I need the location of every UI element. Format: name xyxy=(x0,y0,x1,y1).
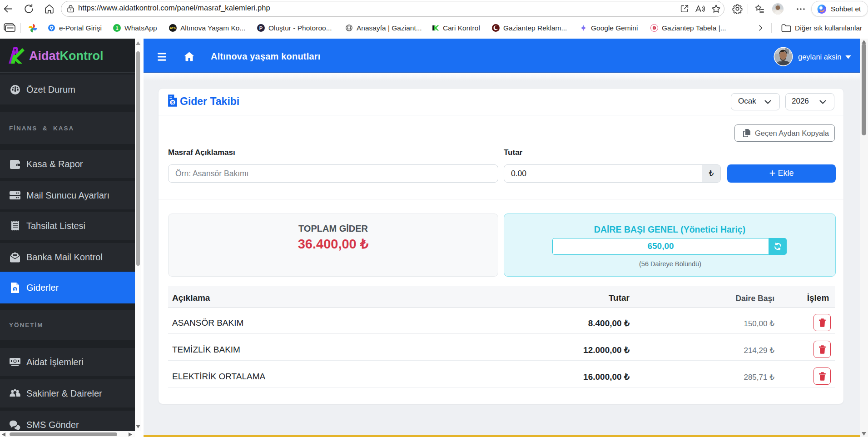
svg-text:$: $ xyxy=(14,287,16,292)
svg-text:$: $ xyxy=(171,100,174,105)
